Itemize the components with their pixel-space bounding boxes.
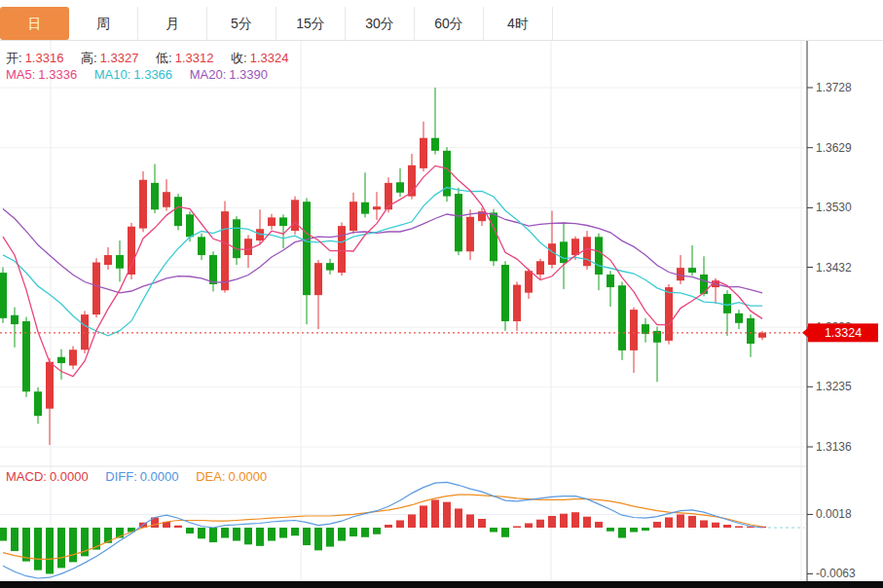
- macd-value: 0.0000: [50, 469, 89, 484]
- tab-4hour[interactable]: 4时: [484, 7, 553, 40]
- high-value: 1.3327: [100, 51, 139, 65]
- ma5-value: 1.3336: [38, 67, 77, 82]
- ma10-label: MA10:: [94, 67, 131, 82]
- gridlines: [0, 40, 807, 581]
- svg-text:1.3432: 1.3432: [816, 261, 852, 275]
- tab-5min[interactable]: 5分: [207, 7, 276, 40]
- tab-week[interactable]: 周: [69, 7, 138, 40]
- diff-value: 0.0000: [140, 469, 179, 484]
- tab-day[interactable]: 日: [0, 7, 69, 40]
- open-label: 开:: [6, 51, 22, 65]
- kline-chart-app: 1.37281.36291.35301.34321.33331.32351.31…: [0, 0, 883, 588]
- dea-line: [3, 495, 762, 559]
- timeframe-tabs: 日周月5分15分30分60分4时: [0, 0, 883, 41]
- ma10-value: 1.3366: [133, 67, 172, 82]
- close-value: 1.3324: [250, 51, 289, 65]
- svg-text:1.3629: 1.3629: [816, 141, 852, 155]
- svg-text:1.3235: 1.3235: [816, 380, 852, 393]
- ma-readout: MA5:1.3336 MA10:1.3366 MA20:1.3390: [6, 67, 271, 82]
- low-label: 低:: [156, 51, 172, 65]
- chart-canvas[interactable]: 1.37281.36291.35301.34321.33331.32351.31…: [0, 0, 883, 588]
- svg-text:1.3728: 1.3728: [816, 81, 852, 94]
- macd-label: MACD:: [6, 469, 47, 484]
- svg-text:1.3324: 1.3324: [825, 326, 862, 340]
- svg-text:-0.0063: -0.0063: [816, 567, 856, 580]
- svg-text:1.3136: 1.3136: [816, 440, 852, 454]
- dea-value: 0.0000: [229, 469, 268, 484]
- high-label: 高:: [81, 51, 97, 65]
- low-value: 1.3312: [175, 51, 214, 65]
- tab-15min[interactable]: 15分: [276, 7, 346, 40]
- diff-label: DIFF:: [105, 469, 137, 484]
- candlestick-series: [0, 88, 766, 445]
- dea-label: DEA:: [196, 469, 225, 484]
- tab-month[interactable]: 月: [138, 7, 207, 40]
- close-label: 收:: [231, 51, 247, 65]
- open-value: 1.3316: [25, 51, 64, 65]
- tab-30min[interactable]: 30分: [346, 7, 415, 40]
- bottom-bar: [0, 581, 883, 588]
- svg-text:1.3530: 1.3530: [816, 201, 852, 214]
- svg-text:0.0018: 0.0018: [816, 507, 852, 521]
- tab-60min[interactable]: 60分: [415, 7, 484, 40]
- ma5-line: [3, 165, 762, 376]
- price-axis: 1.37281.36291.35301.34321.33331.32351.31…: [807, 41, 856, 581]
- ohlc-readout: 开:1.3316 高:1.3327 低:1.3312 收:1.3324: [6, 50, 291, 67]
- ma20-line: [3, 208, 762, 292]
- macd-readout: MACD:0.0000 DIFF:0.0000 DEA:0.0000: [6, 469, 270, 484]
- ma20-label: MA20:: [190, 67, 227, 82]
- ma5-label: MA5:: [6, 67, 35, 82]
- last-price-badge: 1.3324: [802, 323, 878, 342]
- ma20-value: 1.3390: [229, 67, 268, 82]
